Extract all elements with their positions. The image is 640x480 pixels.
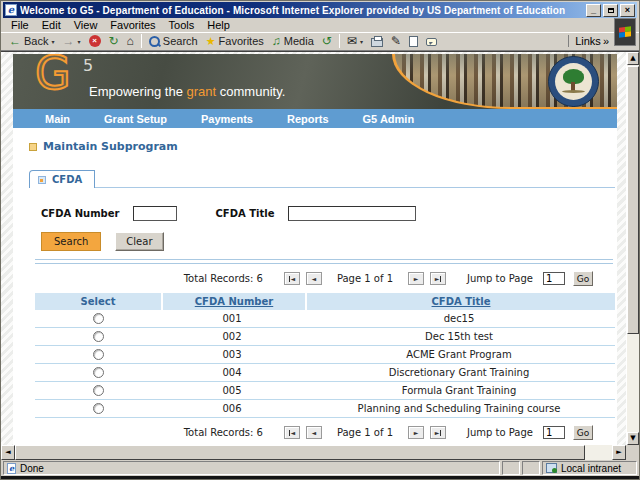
next-page-button[interactable]: ►	[408, 272, 424, 285]
back-button[interactable]: ← Back ▾	[5, 34, 58, 48]
back-dropdown-icon[interactable]: ▾	[51, 38, 54, 45]
tab-cfda-icon	[38, 176, 46, 184]
menu-tools[interactable]: Tools	[163, 18, 201, 32]
menu-view[interactable]: View	[68, 18, 104, 32]
refresh-button[interactable]: ↻	[105, 34, 123, 48]
scroll-right-button[interactable]: ►	[612, 445, 626, 460]
row-radio-button[interactable]	[93, 313, 104, 324]
scroll-left-button[interactable]: ◄	[1, 445, 15, 460]
favorites-button[interactable]: ★ Favorites	[202, 34, 268, 49]
clear-button[interactable]: Clear	[115, 232, 163, 251]
row-radio-button[interactable]	[93, 403, 104, 414]
table-header-row: Select CFDA Number CFDA Title	[35, 293, 615, 310]
minimize-button[interactable]: _	[586, 4, 601, 17]
jump-to-page-input[interactable]	[543, 272, 565, 285]
restore-button[interactable]	[603, 4, 618, 17]
form-buttons: Search Clear	[41, 232, 617, 251]
media-label: Media	[284, 35, 314, 47]
discuss-icon	[409, 36, 418, 47]
horizontal-scroll-track[interactable]	[585, 445, 612, 460]
vertical-scrollbar[interactable]: ▲ ▼	[626, 52, 639, 445]
menu-help[interactable]: Help	[201, 18, 236, 32]
last-page-icon: ►	[435, 273, 440, 284]
cfda-title-input[interactable]	[288, 206, 416, 221]
cfda-number-cell: 006	[161, 403, 303, 414]
last-page-button[interactable]: ►	[430, 272, 446, 285]
browser-window: e Welcome to G5 - Department of Educatio…	[0, 0, 640, 480]
forward-dropdown-icon[interactable]: ▾	[77, 38, 80, 45]
scroll-down-button[interactable]: ▼	[627, 432, 639, 445]
nav-main[interactable]: Main	[45, 113, 70, 125]
scroll-up-button[interactable]: ▲	[627, 52, 639, 65]
nav-g5-admin[interactable]: G5 Admin	[363, 113, 415, 125]
menu-file[interactable]: File	[5, 18, 35, 32]
mail-button[interactable]: ✉ ▾	[343, 34, 367, 48]
nav-payments[interactable]: Payments	[201, 113, 253, 125]
home-button[interactable]: ⌂	[123, 34, 138, 48]
menu-edit[interactable]: Edit	[36, 18, 67, 32]
stop-button[interactable]: ×	[85, 34, 105, 48]
media-button[interactable]: ♫ Media	[268, 34, 318, 48]
first-page-button[interactable]: ◄	[284, 272, 300, 285]
cfda-title-cell: Dec 15th test	[303, 331, 615, 342]
search-button[interactable]: Search	[145, 34, 202, 48]
go-button[interactable]: Go	[573, 271, 593, 286]
search-icon	[149, 36, 160, 47]
mail-dropdown-icon[interactable]: ▾	[360, 38, 363, 45]
page-panel: G 5 Empowering the grant community. Main…	[13, 54, 617, 445]
vertical-scroll-track[interactable]	[627, 334, 639, 432]
page-heading: Maintain Subprogram	[29, 140, 617, 153]
go-button[interactable]: Go	[573, 425, 593, 440]
discuss-button[interactable]	[405, 35, 422, 48]
vertical-scroll-thumb[interactable]	[627, 66, 639, 334]
status-text: Done	[20, 463, 44, 474]
page-title: Maintain Subprogram	[43, 140, 178, 153]
cfda-title-sort-link[interactable]: CFDA Title	[432, 296, 491, 307]
cfda-title-cell: Discretionary Grant Training	[303, 367, 615, 378]
home-icon: ⌂	[127, 35, 134, 47]
row-radio-button[interactable]	[93, 349, 104, 360]
nav-grant-setup[interactable]: Grant Setup	[104, 113, 167, 125]
ie-app-icon: e	[5, 4, 17, 16]
tab-cfda[interactable]: CFDA	[29, 170, 95, 188]
menu-favorites[interactable]: Favorites	[104, 18, 161, 32]
table-row: 005 Formula Grant Training	[35, 382, 615, 400]
page-indicator: Page 1 of 1	[337, 427, 393, 438]
edit-button[interactable]: ✎	[387, 34, 405, 48]
table-row: 003 ACME Grant Program	[35, 346, 615, 364]
back-label: Back	[24, 35, 48, 47]
next-page-button[interactable]: ►	[408, 426, 424, 439]
heading-bullet-icon	[29, 143, 37, 151]
cfda-number-input[interactable]	[133, 206, 177, 221]
page-indicator: Page 1 of 1	[337, 273, 393, 284]
tagline-post: community.	[216, 84, 285, 99]
status-bar: e Done Local intranet	[1, 460, 639, 476]
cfda-number-cell: 002	[161, 331, 303, 342]
favorites-label: Favorites	[219, 35, 264, 47]
favorites-icon: ★	[206, 35, 216, 48]
print-button[interactable]	[367, 35, 387, 48]
results-table: Select CFDA Number CFDA Title 001 dec15 …	[35, 293, 615, 418]
messenger-button[interactable]	[422, 36, 441, 47]
row-radio-button[interactable]	[93, 367, 104, 378]
links-bar[interactable]: Links »	[568, 35, 609, 47]
horizontal-scroll-thumb[interactable]	[15, 445, 585, 460]
history-button[interactable]: ↺	[318, 34, 336, 48]
close-button[interactable]: ×	[620, 4, 635, 17]
nav-reports[interactable]: Reports	[287, 113, 329, 125]
search-submit-button[interactable]: Search	[41, 232, 101, 251]
document-icon: e	[7, 463, 16, 474]
search-label: Search	[163, 35, 198, 47]
last-page-button[interactable]: ►	[430, 426, 446, 439]
row-radio-button[interactable]	[93, 385, 104, 396]
previous-page-button[interactable]: ◄	[306, 272, 322, 285]
table-row: 004 Discretionary Grant Training	[35, 364, 615, 382]
jump-to-page-input[interactable]	[543, 426, 565, 439]
cfda-number-sort-link[interactable]: CFDA Number	[195, 296, 273, 307]
forward-button[interactable]: → ▾	[58, 34, 84, 48]
horizontal-scrollbar[interactable]: ◄ ►	[1, 445, 639, 460]
previous-page-button[interactable]: ◄	[306, 426, 322, 439]
row-radio-button[interactable]	[93, 331, 104, 342]
banner-tagline: Empowering the grant community.	[89, 84, 285, 99]
first-page-button[interactable]: ◄	[284, 426, 300, 439]
